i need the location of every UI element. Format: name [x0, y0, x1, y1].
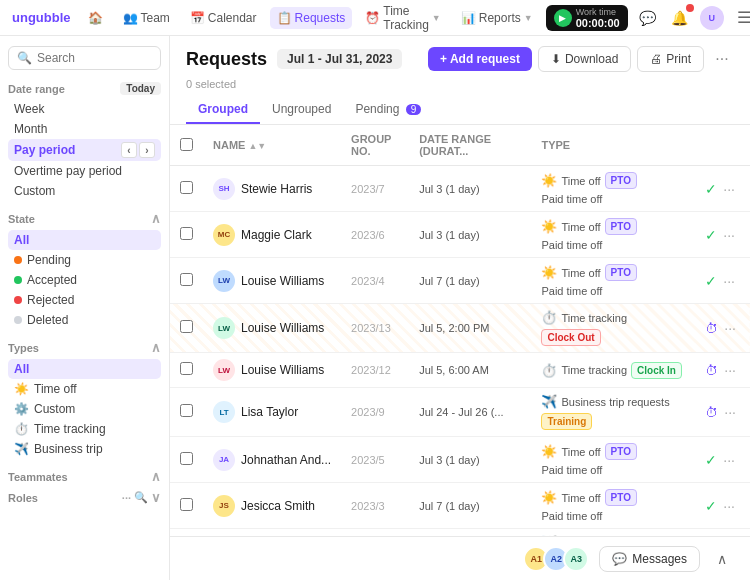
row-more-btn[interactable]: ···	[719, 496, 739, 516]
download-icon: ⬇	[551, 52, 561, 66]
row-checkbox[interactable]	[180, 181, 193, 194]
date-range-cell: Jul 5, 2:00 PM	[409, 304, 531, 353]
messages-button[interactable]: 💬 Messages	[599, 546, 700, 572]
search-box[interactable]: 🔍	[8, 46, 161, 70]
status-ok-icon: ✓	[705, 273, 717, 289]
name-sort-icon[interactable]: ▲▼	[248, 141, 266, 151]
types-collapse-btn[interactable]: ∧	[151, 340, 161, 355]
type-label: Time off	[561, 492, 600, 504]
row-user-avatar: LT	[213, 401, 235, 423]
tab-pending[interactable]: Pending 9	[343, 96, 433, 124]
tab-ungrouped[interactable]: Ungrouped	[260, 96, 343, 124]
row-more-btn[interactable]: ···	[720, 402, 740, 422]
row-checkbox[interactable]	[180, 362, 193, 375]
rejected-dot	[14, 296, 22, 304]
roles-search-btn[interactable]: 🔍	[134, 491, 148, 504]
pending-count-badge: 9	[406, 104, 422, 115]
tab-grouped[interactable]: Grouped	[186, 96, 260, 124]
state-rejected[interactable]: Rejected	[8, 290, 161, 310]
type-custom[interactable]: ⚙️ Custom	[8, 399, 161, 419]
type-tag: Clock In	[631, 362, 682, 379]
type-cell: ☀️ Time off PTO Paid time off	[531, 212, 695, 258]
download-button[interactable]: ⬇ Download	[538, 46, 631, 72]
row-more-btn[interactable]: ···	[719, 450, 739, 470]
row-checkbox-cell	[170, 529, 203, 537]
selected-info: 0 selected	[186, 78, 734, 90]
print-button[interactable]: 🖨 Print	[637, 46, 704, 72]
row-more-btn[interactable]: ···	[720, 318, 740, 338]
row-checkbox-cell	[170, 353, 203, 388]
state-deleted[interactable]: Deleted	[8, 310, 161, 330]
main-layout: 🔍 Date range Today Week Month Pay period…	[0, 36, 750, 580]
status-time-icon: ⏱	[705, 405, 718, 420]
state-all[interactable]: All	[8, 230, 161, 250]
play-button[interactable]: ▶	[554, 9, 572, 27]
nav-reports[interactable]: 📊 Reports ▼	[454, 7, 540, 29]
messages-icon-btn[interactable]: 💬	[636, 6, 660, 30]
state-accepted[interactable]: Accepted	[8, 270, 161, 290]
notification-badge	[686, 4, 694, 12]
name-cell: LW Louise Williams	[203, 353, 341, 388]
row-more-btn[interactable]: ···	[719, 225, 739, 245]
col-checkbox	[170, 125, 203, 166]
state-pending[interactable]: Pending	[8, 250, 161, 270]
nav-time-tracking[interactable]: ⏰ Time Tracking ▼	[358, 0, 448, 36]
date-custom[interactable]: Custom	[8, 181, 161, 201]
type-business-trip[interactable]: ✈️ Business trip	[8, 439, 161, 459]
date-month[interactable]: Month	[8, 119, 161, 139]
row-more-btn[interactable]: ···	[719, 271, 739, 291]
page-header: Requests Jul 1 - Jul 31, 2023 + Add requ…	[170, 36, 750, 125]
name-cell: MC Maggie Clark	[203, 212, 341, 258]
print-icon: 🖨	[650, 52, 662, 66]
row-actions-cell: ✓ ···	[695, 166, 750, 212]
hamburger-menu-btn[interactable]: ☰	[732, 6, 750, 30]
teammates-collapse-btn[interactable]: ∧	[151, 469, 161, 484]
nav-requests[interactable]: 📋 Requests	[270, 7, 353, 29]
row-actions-cell: ⏱ ···	[695, 353, 750, 388]
date-pay-period[interactable]: Pay period ‹ ›	[8, 139, 161, 161]
status-ok-icon: ✓	[705, 452, 717, 468]
bottom-collapse-btn[interactable]: ∧	[710, 547, 734, 571]
type-time-tracking[interactable]: ⏱️ Time tracking	[8, 419, 161, 439]
name-cell: HD Homer Davis	[203, 529, 341, 537]
nav-home[interactable]: 🏠	[81, 7, 110, 29]
search-input[interactable]	[37, 51, 152, 65]
add-request-button[interactable]: + Add request	[428, 47, 532, 71]
row-checkbox[interactable]	[180, 227, 193, 240]
state-collapse-btn[interactable]: ∧	[151, 211, 161, 226]
type-all[interactable]: All	[8, 359, 161, 379]
row-checkbox[interactable]	[180, 498, 193, 511]
prev-period-btn[interactable]: ‹	[121, 142, 137, 158]
date-overtime-pay-period[interactable]: Overtime pay period	[8, 161, 161, 181]
reports-dropdown-icon: ▼	[524, 13, 533, 23]
next-period-btn[interactable]: ›	[139, 142, 155, 158]
today-btn[interactable]: Today	[120, 82, 161, 95]
row-more-btn[interactable]: ···	[719, 179, 739, 199]
type-icon: ⏱️	[541, 310, 557, 325]
row-checkbox-cell	[170, 212, 203, 258]
row-checkbox[interactable]	[180, 320, 193, 333]
types-section: Types ∧	[8, 340, 161, 355]
nav-team[interactable]: 👥 Team	[116, 7, 177, 29]
more-options-btn[interactable]: ···	[710, 47, 734, 71]
app-logo: ungubble	[12, 10, 71, 25]
row-user-name: Louise Williams	[241, 363, 324, 377]
row-checkbox[interactable]	[180, 273, 193, 286]
roles-collapse-btn[interactable]: ∨	[151, 490, 161, 505]
roles-more-btn[interactable]: ···	[122, 492, 131, 504]
row-more-btn[interactable]: ···	[720, 360, 740, 380]
type-time-off[interactable]: ☀️ Time off	[8, 379, 161, 399]
row-checkbox[interactable]	[180, 404, 193, 417]
row-user-avatar: LW	[213, 359, 235, 381]
date-week[interactable]: Week	[8, 99, 161, 119]
custom-type-icon: ⚙️	[14, 402, 29, 416]
type-cell: ⏱️ Time tracking Clock In	[531, 353, 695, 388]
messages-btn-icon: 💬	[612, 552, 627, 566]
extra-label: Paid time off	[541, 193, 602, 205]
select-all-checkbox[interactable]	[180, 138, 193, 151]
col-actions	[695, 125, 750, 166]
nav-calendar[interactable]: 📅 Calendar	[183, 7, 264, 29]
user-avatar-btn[interactable]: U	[700, 6, 724, 30]
notifications-icon-btn[interactable]: 🔔	[668, 6, 692, 30]
row-checkbox[interactable]	[180, 452, 193, 465]
